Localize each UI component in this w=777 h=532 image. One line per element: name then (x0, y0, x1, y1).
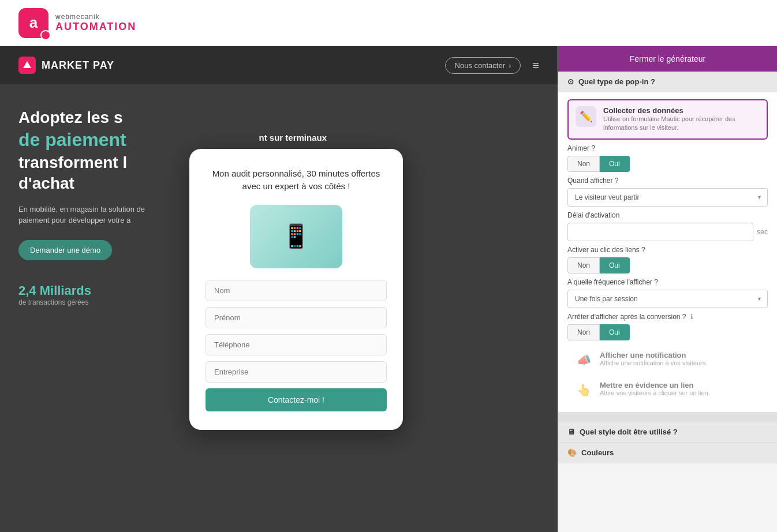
section-style: 🖥 Quel style doit être utilisé ? (558, 417, 777, 443)
delay-unit: sec (757, 228, 768, 236)
option-collect-text: Collecter des données Utilise un formula… (603, 106, 760, 133)
popup-nom-input[interactable] (206, 280, 387, 301)
link-icon: 👆 (574, 381, 593, 399)
option-collect-card[interactable]: ✏️ Collecter des données Utilise un form… (567, 99, 768, 140)
section-colors: 🎨 Couleurs (558, 443, 777, 463)
collect-icon: ✏️ (576, 106, 596, 127)
info-icon: ℹ (690, 313, 693, 321)
popup-form: Contactez-moi ! (206, 280, 387, 411)
logo-icon: a (18, 8, 48, 38)
when-select-wrapper: Le visiteur veut partir (567, 188, 768, 207)
notification-icon: 📣 (574, 351, 593, 369)
section-popin-title: ⊙ Quel type de pop-in ? (567, 77, 768, 86)
right-panel: Fermer le générateur ⊙ Quel type de pop-… (558, 46, 777, 532)
brand-name: webmecanik (55, 13, 136, 21)
monitor-icon: 🖥 (567, 428, 575, 436)
links-non-btn[interactable]: Non (567, 257, 600, 274)
colors-title: 🎨 Couleurs (567, 448, 768, 457)
section-popin-type: ⊙ Quel type de pop-in ? (558, 72, 777, 92)
popup-image (206, 205, 387, 268)
popup-overlay: Mon audit personnalisé, 30 minutes offer… (0, 46, 558, 532)
freq-select[interactable]: Une fois par session (567, 290, 768, 308)
freq-row: A quelle fréquence l'afficher ? Une fois… (567, 278, 768, 308)
main-layout: MARKET PAY Nous contacter › ≡ Adoptez le… (0, 46, 777, 532)
animate-label: Animer ? (567, 144, 768, 152)
divider (558, 413, 777, 417)
animate-row: Animer ? Non Oui (567, 144, 768, 172)
popup-image-placeholder (250, 205, 342, 268)
notif2-text: Mettre en évidence un lien Attire vos vi… (600, 381, 710, 396)
section-style-title: 🖥 Quel style doit être utilisé ? (567, 428, 768, 436)
popup-entreprise-input[interactable] (206, 361, 387, 383)
popup-title: Mon audit personnalisé, 30 minutes offer… (206, 167, 387, 193)
popup-submit-btn[interactable]: Contactez-moi ! (206, 388, 387, 411)
animate-oui-btn[interactable]: Oui (600, 156, 630, 172)
option-collect-body: ✏️ Collecter des données Utilise un form… (558, 92, 777, 413)
logo-text: webmecanik AUTOMATION (55, 13, 136, 33)
app-header: a webmecanik AUTOMATION (0, 0, 777, 46)
delay-row: Délai d'activation sec (567, 211, 768, 241)
links-label: Activer au clic des liens ? (567, 246, 768, 254)
when-label: Quand afficher ? (567, 177, 768, 185)
delay-input[interactable] (567, 223, 753, 241)
notif2-option[interactable]: 👆 Mettre en évidence un lien Attire vos … (567, 375, 768, 405)
popup-card: Mon audit personnalisé, 30 minutes offer… (189, 149, 403, 430)
stop-oui-btn[interactable]: Oui (600, 324, 630, 340)
settings-icon: ⊙ (567, 77, 574, 86)
website-preview: MARKET PAY Nous contacter › ≡ Adoptez le… (0, 46, 558, 532)
stop-row: Arrêter d'afficher après la conversion ?… (567, 313, 768, 340)
animate-toggle-group: Non Oui (567, 156, 768, 172)
when-row: Quand afficher ? Le visiteur veut partir (567, 177, 768, 207)
product-name: AUTOMATION (55, 21, 136, 33)
stop-non-btn[interactable]: Non (567, 324, 600, 340)
palette-icon: 🎨 (567, 448, 577, 457)
popup-telephone-input[interactable] (206, 334, 387, 355)
links-oui-btn[interactable]: Oui (600, 257, 630, 274)
close-generator-btn[interactable]: Fermer le générateur (558, 46, 777, 72)
stop-toggle-group: Non Oui (567, 324, 768, 340)
stop-label: Arrêter d'afficher après la conversion ?… (567, 313, 768, 321)
freq-select-wrapper: Une fois par session (567, 290, 768, 308)
freq-label: A quelle fréquence l'afficher ? (567, 278, 768, 286)
delay-input-row: sec (567, 223, 768, 241)
animate-non-btn[interactable]: Non (567, 156, 600, 172)
links-toggle-group: Non Oui (567, 257, 768, 274)
when-select[interactable]: Le visiteur veut partir (567, 188, 768, 207)
notif1-text: Afficher une notification Affiche une no… (600, 351, 707, 366)
links-row: Activer au clic des liens ? Non Oui (567, 246, 768, 274)
delay-label: Délai d'activation (567, 211, 768, 219)
popup-prenom-input[interactable] (206, 307, 387, 328)
notif1-option[interactable]: 📣 Afficher une notification Affiche une … (567, 345, 768, 375)
